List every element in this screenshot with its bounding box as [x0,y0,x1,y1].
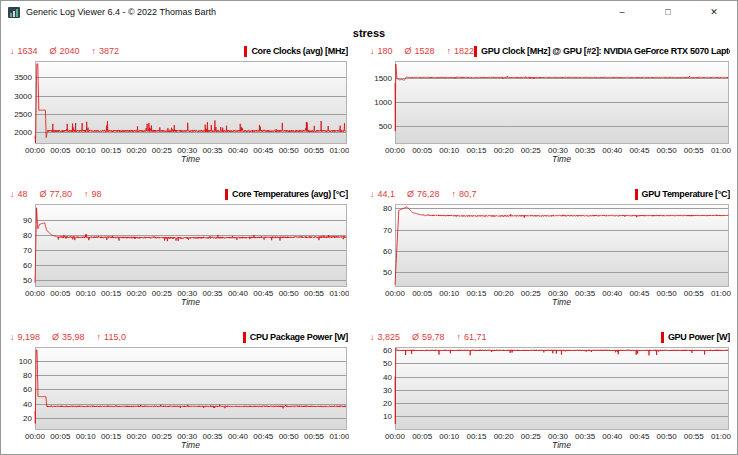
chart-svg[interactable]: 200025003000350000:0000:0500:1000:1500:2… [9,59,349,164]
chart-header: ↓ 1634 Ø 2040 ↑ 3872 Core Clocks (avg) [… [9,43,349,59]
svg-text:00:55: 00:55 [684,146,705,155]
svg-text:00:10: 00:10 [76,432,97,441]
chart-canvas[interactable]: 5060708000:0000:0500:1000:1500:2000:2500… [369,202,731,307]
stat-avg: Ø 59,78 [412,332,445,342]
chart-stats: ↓ 3,825 Ø 59,78 ↑ 61,71 [370,332,487,342]
svg-text:00:10: 00:10 [76,146,97,155]
svg-text:00:15: 00:15 [466,432,487,441]
stat-min: ↓ 180 [370,46,393,56]
stat-min: ↓ 48 [10,189,28,199]
series-color-chip [244,46,247,57]
chart-canvas[interactable]: 5001000150000:0000:0500:1000:1500:2000:2… [369,59,731,164]
stat-avg: Ø 1528 [405,46,435,56]
svg-text:00:35: 00:35 [575,432,596,441]
svg-text:00:35: 00:35 [203,146,224,155]
stat-min-value: 48 [18,189,28,199]
chart-title-text: GPU Temperature [°C] [642,189,730,199]
svg-text:00:05: 00:05 [50,146,71,155]
svg-text:00:15: 00:15 [101,289,122,298]
svg-text:00:50: 00:50 [279,146,300,155]
stat-max: ↑ 1822 [447,46,475,56]
svg-text:1500: 1500 [374,74,392,83]
svg-text:3500: 3500 [14,73,32,82]
svg-text:00:45: 00:45 [629,146,650,155]
svg-text:Time: Time [552,297,571,307]
svg-text:00:40: 00:40 [228,289,249,298]
series-color-chip [243,332,246,343]
titlebar[interactable]: Generic Log Viewer 6.4 - © 2022 Thomas B… [1,1,737,23]
stat-min-value: 9,198 [18,332,41,342]
chart-canvas[interactable]: 506070809000:0000:0500:1000:1500:2000:25… [9,202,349,307]
chart-svg[interactable]: 2040608010000:0000:0500:1000:1500:2000:2… [9,345,349,450]
minimize-button[interactable]: – [599,1,645,23]
series-color-chip [474,46,477,57]
stat-avg-value: 1528 [415,46,435,56]
series-color-chip [225,189,228,200]
chart-canvas[interactable]: 10203040506000:0000:0500:1000:1500:2000:… [369,345,731,450]
svg-text:100: 100 [19,357,33,366]
max-arrow-icon: ↑ [457,332,462,342]
svg-text:40: 40 [383,373,392,382]
series-color-chip [661,332,664,343]
svg-text:00:40: 00:40 [602,146,623,155]
svg-text:30: 30 [383,386,392,395]
chart-svg[interactable]: 506070809000:0000:0500:1000:1500:2000:25… [9,202,349,307]
stat-max: ↑ 80,7 [452,189,477,199]
min-arrow-icon: ↓ [370,46,375,56]
min-arrow-icon: ↓ [10,46,15,56]
min-arrow-icon: ↓ [10,332,15,342]
svg-text:80: 80 [383,204,392,213]
svg-text:60: 60 [383,247,392,256]
svg-text:00:40: 00:40 [602,289,623,298]
svg-text:00:45: 00:45 [253,432,274,441]
svg-text:1000: 1000 [374,98,392,107]
svg-text:00:05: 00:05 [412,146,433,155]
chart-svg[interactable]: 5060708000:0000:0500:1000:1500:2000:2500… [369,202,731,307]
max-arrow-icon: ↑ [447,46,452,56]
stat-max-value: 80,7 [459,189,477,199]
svg-text:20: 20 [383,399,392,408]
svg-text:00:45: 00:45 [253,146,274,155]
svg-text:00:10: 00:10 [76,289,97,298]
chart-header: ↓ 48 Ø 77,80 ↑ 98 Core Temperatures (avg… [9,186,349,202]
stat-avg-value: 77,80 [50,189,73,199]
maximize-button[interactable]: □ [645,1,691,23]
window-controls: – □ ✕ [599,1,737,23]
min-arrow-icon: ↓ [370,189,375,199]
svg-text:00:05: 00:05 [412,289,433,298]
svg-text:00:00: 00:00 [385,146,406,155]
svg-text:01:00: 01:00 [711,289,731,298]
svg-text:01:00: 01:00 [711,146,731,155]
svg-text:01:00: 01:00 [329,432,349,441]
svg-text:00:40: 00:40 [228,432,249,441]
chart-canvas[interactable]: 2040608010000:0000:0500:1000:1500:2000:2… [9,345,349,450]
svg-text:00:00: 00:00 [385,289,406,298]
stat-min-value: 44,1 [378,189,396,199]
svg-text:Time: Time [181,440,200,450]
chart-title-text: GPU Power [W] [668,332,730,342]
chart-panel: ↓ 48 Ø 77,80 ↑ 98 Core Temperatures (avg… [9,186,349,307]
svg-text:70: 70 [383,226,392,235]
svg-text:01:00: 01:00 [329,146,349,155]
stat-min-value: 1634 [18,46,38,56]
chart-title: GPU Temperature [°C] [635,189,730,200]
stat-max-value: 61,71 [464,332,487,342]
svg-text:00:00: 00:00 [385,432,406,441]
svg-text:00:05: 00:05 [50,289,71,298]
svg-text:00:10: 00:10 [439,432,460,441]
app-window: Generic Log Viewer 6.4 - © 2022 Thomas B… [0,0,738,455]
close-button[interactable]: ✕ [691,1,737,23]
chart-title: CPU Package Power [W] [243,332,348,343]
chart-canvas[interactable]: 200025003000350000:0000:0500:1000:1500:2… [9,59,349,164]
avg-sign-icon: Ø [52,332,59,342]
chart-svg[interactable]: 5001000150000:0000:0500:1000:1500:2000:2… [369,59,731,164]
stat-max-value: 115,0 [104,332,126,342]
svg-text:00:55: 00:55 [304,146,325,155]
chart-svg[interactable]: 10203040506000:0000:0500:1000:1500:2000:… [369,345,731,450]
series-color-chip [635,189,638,200]
svg-text:00:50: 00:50 [657,146,678,155]
svg-text:00:20: 00:20 [494,432,515,441]
svg-text:00:35: 00:35 [575,289,596,298]
svg-text:2000: 2000 [14,128,32,137]
svg-text:00:40: 00:40 [228,146,249,155]
